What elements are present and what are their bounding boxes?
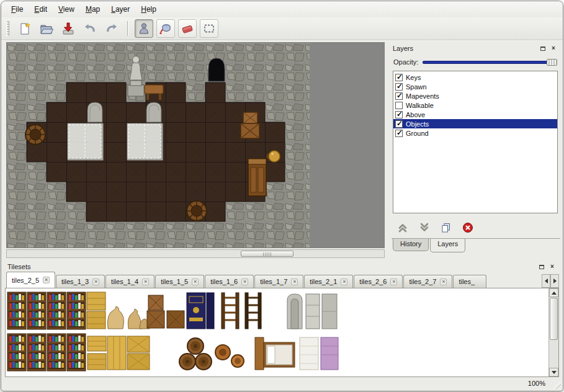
- layer-visibility-checkbox[interactable]: [395, 83, 403, 91]
- layer-visibility-checkbox[interactable]: [395, 102, 403, 109]
- layer-row[interactable]: Spawn: [393, 82, 557, 91]
- scroll-up-icon[interactable]: [549, 288, 558, 297]
- open-map-button[interactable]: [37, 19, 56, 38]
- close-tab-icon[interactable]: [241, 278, 248, 285]
- close-tab-icon[interactable]: [390, 278, 397, 285]
- tileset-tab[interactable]: tiles_2_6: [354, 275, 403, 288]
- float-panel-icon[interactable]: [539, 45, 547, 53]
- tabs-scroll-left-icon[interactable]: [542, 274, 550, 288]
- close-tab-icon[interactable]: [43, 277, 50, 283]
- tileset-tab[interactable]: tiles_2_5: [6, 272, 55, 288]
- tilesets-panel: Tilesets tiles_2_5 tiles_1_3 tiles_1_4 t…: [5, 261, 559, 377]
- float-panel-icon[interactable]: [537, 263, 546, 271]
- undo-button[interactable]: [81, 19, 99, 38]
- toolbar-drag-handle[interactable]: [6, 21, 9, 36]
- layer-visibility-checkbox[interactable]: [395, 120, 403, 128]
- eraser-tool-button[interactable]: [178, 19, 197, 38]
- opacity-slider[interactable]: [423, 58, 557, 66]
- redo-button[interactable]: [102, 19, 121, 38]
- close-panel-icon[interactable]: [548, 263, 557, 271]
- scroll-down-icon[interactable]: [549, 368, 558, 376]
- tabs-scroll-right-icon[interactable]: [550, 274, 559, 288]
- tileset-tab[interactable]: tiles_2_1: [304, 275, 353, 288]
- tileset-image[interactable]: [7, 292, 344, 372]
- tileset-tab[interactable]: tiles_1_7: [254, 275, 303, 288]
- redo-arrow-icon: [105, 22, 119, 35]
- layer-name: Above: [406, 111, 425, 118]
- close-tab-icon[interactable]: [341, 278, 347, 285]
- open-folder-icon: [40, 22, 53, 35]
- save-download-icon: [61, 22, 75, 35]
- save-map-button[interactable]: [59, 19, 78, 38]
- close-panel-icon[interactable]: [549, 45, 558, 53]
- zoom-level: 100%: [528, 380, 545, 387]
- tileset-tab[interactable]: tiles_1_6: [205, 275, 254, 288]
- layer-row[interactable]: Above: [393, 110, 557, 119]
- tab-history[interactable]: History: [393, 239, 429, 251]
- duplicate-layer-icon: [441, 222, 452, 233]
- duplicate-layer-button[interactable]: [440, 221, 452, 234]
- object-tool-button[interactable]: [135, 19, 153, 38]
- tileset-tab[interactable]: tiles_1_4: [105, 275, 154, 288]
- opacity-row: Opacity:: [390, 55, 560, 69]
- layer-name: Mapevents: [406, 92, 439, 100]
- scrollbar-thumb[interactable]: [550, 298, 558, 340]
- layer-visibility-checkbox[interactable]: [395, 92, 403, 100]
- close-tab-icon[interactable]: [92, 278, 99, 285]
- statusbar: 100%: [1, 376, 563, 391]
- map-horizontal-scrollbar[interactable]: [6, 249, 385, 258]
- layer-list: Keys Spawn Mapevents Walkable Above Obje…: [393, 71, 558, 213]
- tileset-tab[interactable]: tiles_1_3: [56, 275, 105, 288]
- menu-map[interactable]: Map: [81, 3, 105, 16]
- close-tab-icon[interactable]: [142, 278, 149, 285]
- layer-visibility-checkbox[interactable]: [395, 74, 403, 81]
- panel-tabs: History Layers: [392, 238, 560, 253]
- close-tab-icon[interactable]: [440, 278, 447, 285]
- tileset-vertical-scrollbar[interactable]: [548, 288, 558, 376]
- opacity-slider-handle[interactable]: [547, 59, 557, 66]
- selection-rect-icon: [202, 22, 216, 35]
- layer-name: Walkable: [406, 102, 434, 109]
- toolbar: [1, 17, 563, 40]
- map-canvas[interactable]: [7, 43, 310, 248]
- layer-row[interactable]: Walkable: [393, 100, 557, 110]
- close-tab-icon[interactable]: [192, 278, 199, 285]
- layer-name: Objects: [406, 120, 429, 128]
- select-tool-button[interactable]: [200, 19, 218, 38]
- layers-panel-title: Layers: [393, 45, 537, 52]
- tilesets-panel-titlebar: Tilesets: [5, 261, 559, 273]
- menu-view[interactable]: View: [53, 3, 79, 16]
- tileset-view[interactable]: [5, 288, 559, 377]
- tileset-tabs: tiles_2_5 tiles_1_3 tiles_1_4 tiles_1_5 …: [5, 272, 559, 288]
- scrollbar-thumb[interactable]: [241, 251, 293, 257]
- layer-visibility-checkbox[interactable]: [395, 111, 403, 118]
- delete-layer-button[interactable]: [462, 221, 474, 234]
- layer-visibility-checkbox[interactable]: [395, 130, 403, 137]
- layer-row[interactable]: Objects: [393, 119, 557, 128]
- layer-row[interactable]: Keys: [393, 73, 557, 82]
- menu-edit[interactable]: Edit: [29, 3, 52, 16]
- layer-row[interactable]: Mapevents: [393, 91, 557, 100]
- menu-file[interactable]: File: [6, 3, 28, 16]
- resize-grip[interactable]: [553, 381, 561, 389]
- tab-layers[interactable]: Layers: [430, 239, 465, 252]
- layer-row[interactable]: Ground: [393, 128, 557, 138]
- map-view[interactable]: [6, 42, 385, 248]
- tileset-tab[interactable]: tiles_2_7: [403, 275, 452, 288]
- menu-layer[interactable]: Layer: [106, 3, 135, 16]
- tileset-tab[interactable]: tiles_: [453, 275, 486, 288]
- new-map-button[interactable]: [16, 19, 34, 38]
- lower-layer-button[interactable]: [418, 221, 431, 234]
- toolbar-separator: [127, 21, 128, 36]
- paint-bucket-icon: [159, 22, 172, 35]
- close-tab-icon[interactable]: [291, 278, 298, 285]
- menu-help[interactable]: Help: [136, 3, 161, 16]
- raise-layer-button[interactable]: [396, 221, 409, 234]
- tileset-tab[interactable]: tiles_1_5: [155, 275, 204, 288]
- layer-name: Keys: [406, 74, 421, 81]
- lower-layers-icon: [419, 222, 430, 233]
- fill-tool-button[interactable]: [156, 19, 175, 38]
- opacity-slider-track[interactable]: [423, 61, 556, 64]
- tab-scroll-buttons: [542, 274, 559, 288]
- layer-name: Spawn: [406, 83, 427, 91]
